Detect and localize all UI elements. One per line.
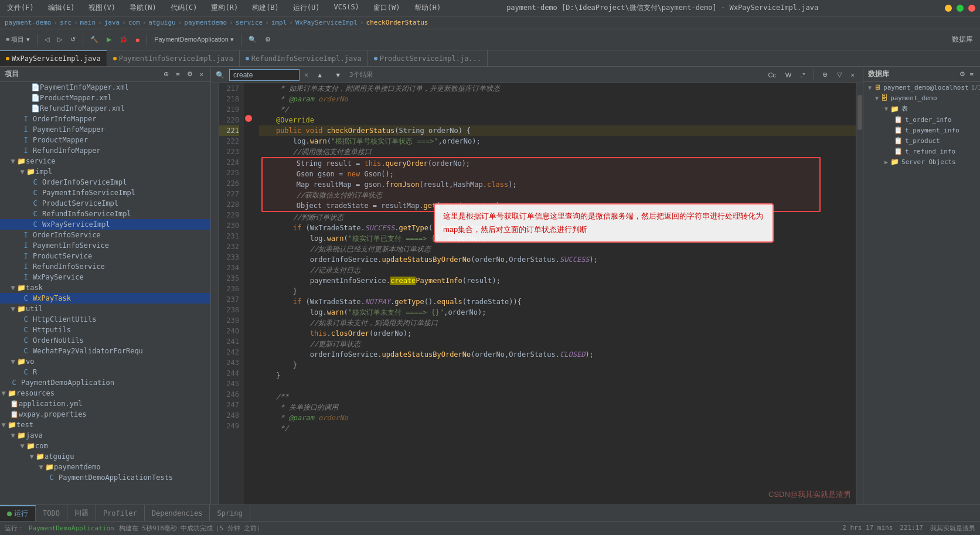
search-clear[interactable]: × (304, 71, 308, 79)
tree-item-productservice[interactable]: I ProductService (0, 251, 210, 261)
filter[interactable]: ▽ (833, 69, 845, 81)
bottom-tab-todo[interactable]: TODO (36, 505, 67, 521)
project-options[interactable]: ⊕ (161, 70, 171, 79)
find-next[interactable]: ▼ (331, 69, 345, 81)
menu-vcs[interactable]: VCS(S) (332, 2, 362, 14)
tree-item-impl-folder[interactable]: ▼ 📁 impl (0, 166, 210, 177)
menu-build[interactable]: 构建(B) (250, 2, 281, 14)
menu-refactor[interactable]: 重构(R) (209, 2, 240, 14)
tree-item-productmapper-xml[interactable]: 📄 ProductMapper.xml (0, 93, 210, 103)
tree-item-vo-folder[interactable]: ▼ 📁 vo (0, 356, 210, 367)
menu-bar[interactable]: 文件(F) 编辑(E) 视图(V) 导航(N) 代码(C) 重构(R) 构建(B… (5, 2, 443, 14)
tree-item-wxpayserviceimpl[interactable]: C WxPayServiceImpl (0, 219, 210, 230)
breadcrumb-item[interactable]: paymentdemo (184, 19, 227, 26)
db-item-t-refund-info[interactable]: 📋 t_refund_info (863, 146, 980, 156)
tree-item-refundinfomapper-xml[interactable]: 📄 RefundInfoMapper.xml (0, 103, 210, 114)
menu-view[interactable]: 视图(V) (86, 2, 118, 14)
menu-code[interactable]: 代码(C) (168, 2, 200, 14)
bottom-tab-dependencies[interactable]: Dependencies (145, 505, 210, 521)
db-item-t-payment-info[interactable]: 📋 t_payment_info (863, 125, 980, 135)
db-item-server-objects[interactable]: ▶ 📁 Server Objects (863, 156, 980, 167)
db-panel-close[interactable]: ≡ (968, 70, 975, 79)
bottom-tab-problems[interactable]: 问题 (67, 505, 96, 521)
find-input[interactable] (229, 69, 300, 81)
toolbar-stop[interactable]: ■ (132, 34, 144, 46)
tree-item-application-yml[interactable]: 📋 application.yml (0, 398, 210, 409)
project-toggle[interactable]: ≡ 项目 ▾ (2, 33, 33, 46)
tab-refundinfoserviceimpl[interactable]: RefundInfoServiceImpl.java (240, 50, 368, 66)
tree-item-test-com[interactable]: ▼ 📁 com (0, 441, 210, 451)
tree-item-paymentinfoserviceimpl[interactable]: C PaymentInfoServiceImpl (0, 188, 210, 198)
tree-item-test-paymentdemo[interactable]: ▼ 📁 paymentdemo (0, 462, 210, 472)
bottom-tab-profiler[interactable]: Profiler (96, 505, 145, 521)
close-find[interactable]: × (848, 69, 858, 81)
menu-window[interactable]: 窗口(W) (371, 2, 403, 14)
db-item-paymentdemo[interactable]: ▼ 🗄 payment_demo (863, 93, 980, 103)
regex[interactable]: .* (797, 69, 808, 81)
tree-item-test-atguigu[interactable]: ▼ 📁 atguigu (0, 451, 210, 462)
breadcrumb-item[interactable]: checkOrderStatus (366, 19, 428, 26)
tree-item-r[interactable]: C R (0, 367, 210, 377)
breadcrumb-item[interactable]: atguigu (148, 19, 175, 26)
db-item-t-order-info[interactable]: 📋 t_order_info (863, 114, 980, 125)
breadcrumb-item[interactable]: main (80, 19, 96, 26)
bottom-tab-spring[interactable]: Spring (210, 505, 250, 521)
toolbar-debug[interactable]: 🐞 (116, 33, 131, 46)
db-panel-settings[interactable]: ⚙ (958, 70, 967, 79)
tree-item-util-folder[interactable]: ▼ 📁 util (0, 304, 210, 314)
vertical-scrollbar[interactable] (856, 83, 863, 505)
tree-item-wxpay-properties[interactable]: 📋 wxpay.properties (0, 409, 210, 420)
tree-item-orderinfomapper[interactable]: I OrderInfoMapper (0, 114, 210, 124)
tree-item-test-applicationtests[interactable]: C PaymentDemoApplicationTests (0, 472, 210, 483)
toolbar-search[interactable]: 🔍 (245, 33, 260, 46)
minimize-button[interactable] (945, 5, 952, 12)
tree-item-resources-folder[interactable]: ▼ 📁 resources (0, 388, 210, 398)
db-item-server[interactable]: ▼ 🖥 payment_demo@localhost 1/32 (863, 82, 980, 93)
toolbar-revert[interactable]: ↺ (67, 33, 79, 46)
tab-productserviceimpl[interactable]: ProductServiceImpl.ja... (368, 50, 488, 66)
match-case[interactable]: Cc (764, 69, 779, 81)
db-item-tables-folder[interactable]: ▼ 📁 表 (863, 103, 980, 114)
tree-item-productmapper[interactable]: I ProductMapper (0, 135, 210, 145)
db-item-t-product[interactable]: 📋 t_product (863, 135, 980, 146)
project-collapse[interactable]: ≡ (173, 70, 182, 79)
close-button[interactable] (968, 5, 975, 12)
tree-item-orderinfoserviceimpl[interactable]: C OrderInfoServiceImpl (0, 177, 210, 188)
match-word[interactable]: W (782, 69, 795, 81)
tree-item-test-folder[interactable]: ▼ 📁 test (0, 420, 210, 430)
toolbar-forward[interactable]: ▷ (54, 33, 66, 46)
menu-edit[interactable]: 编辑(E) (46, 2, 77, 14)
breadcrumb-item[interactable]: service (236, 19, 263, 26)
tree-item-wxpaytask[interactable]: C WxPayTask (0, 293, 210, 304)
tree-item-paymentinfomapper-xml[interactable]: 📄 PaymentInfoMapper.xml (0, 82, 210, 93)
tree-item-refundinfoserviceimpl[interactable]: C RefundInfoServiceImpl (0, 209, 210, 219)
run-config[interactable]: PaymentDemoApplication ▾ (151, 33, 237, 46)
tree-item-test-java[interactable]: ▼ 📁 java (0, 430, 210, 441)
breadcrumb-item[interactable]: impl (271, 19, 287, 26)
tree-item-task-folder[interactable]: ▼ 📁 task (0, 282, 210, 293)
menu-file[interactable]: 文件(F) (5, 2, 36, 14)
project-close[interactable]: × (198, 70, 206, 79)
tree-item-paymentinfomapper[interactable]: I PaymentInfoMapper (0, 124, 210, 135)
project-settings[interactable]: ⚙ (185, 70, 195, 79)
tree-item-ordernoutil[interactable]: C OrderNoUtils (0, 335, 210, 346)
breadcrumb-item[interactable]: WxPayServiceImpl (295, 19, 358, 26)
tree-item-paymentdemoapplication[interactable]: C PaymentDemoApplication (0, 377, 210, 388)
breadcrumb-item[interactable]: payment-demo (5, 19, 51, 26)
tree-item-wxpayservice[interactable]: I WxPayService (0, 272, 210, 282)
tree-item-service-folder[interactable]: ▼ 📁 service (0, 156, 210, 166)
code-content[interactable]: * 如果订单未支付，则调用关单接口关闭订单，并更新数据库订单状态 * @para… (254, 83, 856, 505)
find-prev[interactable]: ▲ (313, 69, 326, 81)
toolbar-run[interactable]: ▶ (103, 33, 115, 46)
toolbar-back[interactable]: ◁ (41, 33, 53, 46)
bottom-tab-run[interactable]: 运行 (0, 505, 36, 521)
tree-item-refundinfomapper[interactable]: I RefundInfoMapper (0, 145, 210, 156)
window-controls[interactable] (945, 5, 975, 12)
tab-wxpayserviceimpl[interactable]: WxPayServiceImpl.java (0, 50, 107, 66)
tree-item-paymentinfoservice[interactable]: I PaymentInfoService (0, 240, 210, 251)
menu-navigate[interactable]: 导航(N) (127, 2, 159, 14)
breadcrumb-item[interactable]: src (60, 19, 72, 26)
tab-paymentinfoserviceimpl[interactable]: PaymentInfoServiceImpl.java (107, 50, 240, 66)
find-in-files[interactable]: ⊕ (819, 69, 831, 81)
tree-item-httpclientutils[interactable]: C HttpClientUtils (0, 314, 210, 325)
